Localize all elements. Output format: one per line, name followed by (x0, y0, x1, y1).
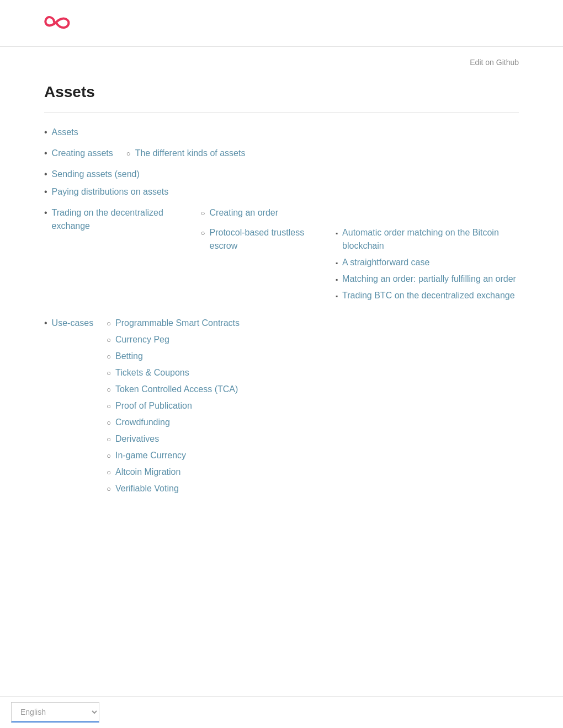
toc-link-partial-fulfilling[interactable]: Matching an order: partially fulfilling … (342, 272, 516, 286)
toc-link-tickets-coupons[interactable]: Tickets & Coupons (115, 366, 189, 379)
toc-sub-item-currency-peg: Currency Peg (107, 333, 240, 346)
toc-link-creating-order[interactable]: Creating an order (210, 206, 279, 220)
language-select[interactable]: English (11, 702, 99, 722)
toc-sub-item-ingame-currency: In-game Currency (107, 449, 240, 462)
toc-sub-item-altcoin-migration: Altcoin Migration (107, 465, 240, 479)
toc-sub-trading: Creating an order Protocol-based trustle… (201, 206, 519, 309)
page-title: Assets (44, 83, 519, 101)
toc-link-betting[interactable]: Betting (115, 350, 143, 363)
toc-link-trustless-escrow[interactable]: Protocol-based trustless escrow (210, 226, 320, 253)
toc-link-ingame-currency[interactable]: In-game Currency (115, 449, 186, 462)
toc-sub-item-crowdfunding: Crowdfunding (107, 416, 240, 429)
toc-sub-item-betting: Betting (107, 350, 240, 363)
toc-link-different-kinds[interactable]: The different kinds of assets (135, 147, 246, 160)
toc-link-smart-contracts[interactable]: Programmable Smart Contracts (115, 317, 240, 330)
toc-sub-item-verifiable-voting: Verifiable Voting (107, 482, 240, 495)
toc-link-tca[interactable]: Token Controlled Access (TCA) (115, 383, 238, 396)
header (0, 0, 563, 47)
title-divider (44, 112, 519, 113)
toc-item-use-cases: Use-cases Programmable Smart Contracts C… (44, 313, 519, 499)
toc-list: Assets Creating assets The different kin… (44, 126, 519, 499)
toc-sub-sub-item-auto-matching: Automatic order matching on the Bitcoin … (336, 226, 519, 253)
toc-link-assets[interactable]: Assets (52, 126, 78, 139)
toc-link-paying-distributions[interactable]: Paying distributions on assets (52, 185, 169, 199)
toc-item-trading: Trading on the decentralized exchange Cr… (44, 203, 519, 309)
toc-link-trading-btc[interactable]: Trading BTC on the decentralized exchang… (342, 289, 514, 302)
toc-sub-item-smart-contracts: Programmable Smart Contracts (107, 317, 240, 330)
toc-sub-item-trustless-escrow: Protocol-based trustless escrow Automati… (201, 223, 519, 306)
toc-item-creating-assets: Creating assets The different kinds of a… (44, 143, 519, 163)
main-content: Assets Assets Creating assets The differ… (0, 72, 563, 536)
toc-link-derivatives[interactable]: Derivatives (115, 432, 159, 446)
toc-link-trading[interactable]: Trading on the decentralized exchange (52, 206, 188, 233)
toc-sub-item-proof-of-publication: Proof of Publication (107, 399, 240, 413)
toc-sub-item-derivatives: Derivatives (107, 432, 240, 446)
toc-link-verifiable-voting[interactable]: Verifiable Voting (115, 482, 179, 495)
toc-item-assets: Assets (44, 126, 519, 139)
toc-link-straightforward[interactable]: A straightforward case (342, 256, 429, 269)
toc-sub-sub-escrow: Automatic order matching on the Bitcoin … (336, 226, 519, 306)
toc-link-currency-peg[interactable]: Currency Peg (115, 333, 169, 346)
toc-sub-item-tca: Token Controlled Access (TCA) (107, 383, 240, 396)
toc-sub-use-cases: Programmable Smart Contracts Currency Pe… (107, 317, 240, 499)
language-bar: English (0, 696, 563, 728)
toc-sub-item-creating-order: Creating an order (201, 206, 519, 220)
toc-item-paying-distributions: Paying distributions on assets (44, 185, 519, 199)
toc-link-proof-of-publication[interactable]: Proof of Publication (115, 399, 192, 413)
toc-sub-creating-assets: The different kinds of assets (126, 147, 246, 163)
toc-sub-sub-item-trading-btc: Trading BTC on the decentralized exchang… (336, 289, 519, 302)
toc-sub-item-tickets-coupons: Tickets & Coupons (107, 366, 240, 379)
toc-link-use-cases[interactable]: Use-cases (52, 317, 94, 330)
toc-sub-sub-item-straightforward: A straightforward case (336, 256, 519, 269)
toc-sub-sub-item-partial-fulfilling: Matching an order: partially fulfilling … (336, 272, 519, 286)
toc-link-crowdfunding[interactable]: Crowdfunding (115, 416, 170, 429)
site-logo (44, 11, 72, 33)
toc-link-auto-matching[interactable]: Automatic order matching on the Bitcoin … (342, 226, 519, 253)
toc-link-altcoin-migration[interactable]: Altcoin Migration (115, 465, 180, 479)
toc-item-sending-assets: Sending assets (send) (44, 168, 519, 181)
toc-link-sending-assets[interactable]: Sending assets (send) (52, 168, 140, 181)
top-bar: Edit on Github (0, 47, 563, 72)
toc-link-creating-assets[interactable]: Creating assets (52, 147, 113, 160)
edit-on-github-link[interactable]: Edit on Github (470, 58, 519, 67)
toc-sub-item-different-kinds: The different kinds of assets (126, 147, 246, 160)
